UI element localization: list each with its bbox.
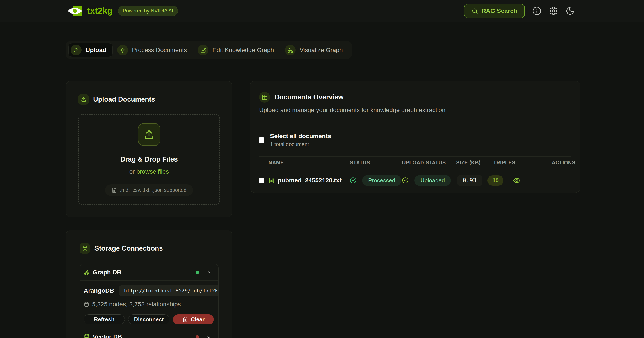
- graph-db-header[interactable]: Graph DB: [80, 264, 218, 281]
- upload-icon: [138, 123, 160, 146]
- edit-icon: [198, 45, 208, 55]
- graph-icon: [285, 45, 296, 55]
- gear-icon: [549, 6, 558, 15]
- powered-by-badge: Powered by NVIDIA AI: [118, 6, 178, 16]
- chevron-down-icon[interactable]: [206, 334, 212, 338]
- graph-icon: [84, 270, 90, 275]
- eye-icon: [513, 177, 520, 184]
- total-documents-label: 1 total document: [270, 141, 331, 147]
- documents-overview-card: Documents Overview Upload and manage you…: [250, 81, 580, 193]
- select-all-checkbox[interactable]: [259, 137, 264, 143]
- moon-icon: [566, 6, 575, 15]
- check-circle-icon: [402, 177, 408, 184]
- column-header-upload-status: UPLOAD STATUS: [402, 160, 456, 166]
- storage-connections-card: Storage Connections Graph DB: [66, 230, 232, 338]
- triples-badge: 10: [488, 175, 504, 186]
- search-icon: [472, 8, 478, 14]
- tab-bar: Upload Process Documents Edit Knowledge …: [66, 41, 352, 59]
- header-actions: RAG Search: [464, 4, 575, 18]
- main-content: Upload Process Documents Edit Knowledge …: [0, 22, 644, 338]
- documents-card-header: Documents Overview Upload and manage you…: [250, 81, 580, 120]
- app-title: txt2kg: [87, 6, 112, 16]
- upload-card-title: Upload Documents: [93, 95, 155, 103]
- settings-button[interactable]: [549, 6, 558, 15]
- nvidia-logo-icon: [68, 6, 82, 16]
- storage-card-title: Storage Connections: [94, 245, 163, 252]
- info-button[interactable]: [532, 6, 542, 15]
- documents-card-title: Documents Overview: [274, 93, 344, 101]
- documents-card-subtitle: Upload and manage your documents for kno…: [259, 107, 571, 114]
- status-badge: Processed: [362, 175, 401, 186]
- tab-process-documents[interactable]: Process Documents: [115, 43, 193, 57]
- check-circle-icon: [350, 177, 356, 184]
- db-actions-row: Refresh Disconnect Clear: [84, 314, 214, 325]
- provider-name: ArangoDB: [84, 287, 114, 294]
- graph-db-label: Graph DB: [93, 269, 122, 276]
- select-all-row: Select all documents 1 total document: [259, 133, 572, 147]
- content-columns: Upload Documents Drag & Drop Files or br…: [66, 81, 578, 338]
- database-icon: [80, 243, 90, 254]
- row-checkbox-cell: [259, 177, 268, 183]
- dropzone-subtext: or browse files: [129, 168, 169, 175]
- row-checkbox[interactable]: [259, 177, 264, 183]
- database-icon: [84, 302, 89, 307]
- vector-db-header[interactable]: Vector DB: [80, 330, 218, 338]
- triples-cell: 10: [488, 175, 513, 186]
- provider-row: ArangoDB http://localhost:8529/_db/txt2k…: [84, 286, 214, 296]
- app-header: txt2kg Powered by NVIDIA AI RAG Search: [0, 0, 644, 22]
- document-name-cell: pubmed_24552120.txt: [268, 177, 350, 184]
- file-dropzone[interactable]: Drag & Drop Files or browse files .md, .…: [78, 114, 220, 205]
- right-column: Documents Overview Upload and manage you…: [250, 81, 580, 193]
- upload-card-header: Upload Documents: [78, 94, 220, 105]
- upload-status-badge: Uploaded: [414, 175, 451, 186]
- database-icon: [84, 334, 90, 338]
- theme-toggle-button[interactable]: [566, 6, 575, 15]
- view-document-button[interactable]: [513, 177, 520, 184]
- supported-formats-label: .md, .csv, .txt, .json supported: [120, 187, 186, 193]
- documents-table: NAME STATUS UPLOAD STATUS SIZE (KB) TRIP…: [259, 156, 572, 192]
- db-stats-row: 5,325 nodes, 3,758 relationships: [84, 301, 214, 308]
- tab-label: Upload: [86, 47, 106, 54]
- documents-card-body: Select all documents 1 total document NA…: [250, 120, 580, 193]
- vector-db-label: Vector DB: [93, 334, 122, 338]
- select-all-label: Select all documents: [270, 133, 331, 140]
- upload-status-cell: Uploaded: [402, 175, 458, 186]
- chevron-up-icon[interactable]: [206, 270, 212, 275]
- connected-status-dot: [196, 271, 199, 274]
- actions-cell: [513, 177, 572, 184]
- clear-button[interactable]: Clear: [173, 314, 214, 325]
- storage-card-header: Storage Connections: [80, 243, 218, 254]
- rag-search-button[interactable]: RAG Search: [464, 4, 525, 18]
- upload-icon: [71, 45, 82, 55]
- browse-files-link[interactable]: browse files: [136, 168, 169, 175]
- column-header-size: SIZE (KB): [456, 160, 493, 166]
- size-value: 0.93: [458, 175, 482, 186]
- tab-label: Edit Knowledge Graph: [212, 47, 274, 54]
- tab-upload[interactable]: Upload: [68, 43, 113, 57]
- disconnect-button[interactable]: Disconnect: [128, 314, 169, 325]
- brand-group: txt2kg Powered by NVIDIA AI: [68, 6, 178, 16]
- info-icon: [532, 6, 542, 15]
- tab-visualize-graph[interactable]: Visualize Graph: [282, 43, 349, 57]
- db-connections-panel: Graph DB ArangoDB http://localhost:8529/…: [80, 264, 218, 338]
- table-row: pubmed_24552120.txt Processed: [259, 169, 572, 192]
- clear-label: Clear: [191, 316, 205, 323]
- documents-title-row: Documents Overview: [259, 92, 571, 103]
- file-icon: [112, 188, 117, 193]
- graph-db-details: ArangoDB http://localhost:8529/_db/txt2k…: [80, 281, 218, 330]
- column-header-actions: ACTIONS: [534, 160, 576, 166]
- tab-edit-knowledge-graph[interactable]: Edit Knowledge Graph: [195, 43, 280, 57]
- lightning-icon: [117, 45, 128, 55]
- db-url: http://localhost:8529/_db/txt2kg: [119, 286, 218, 296]
- rag-search-label: RAG Search: [482, 7, 517, 14]
- upload-documents-card: Upload Documents Drag & Drop Files or br…: [66, 81, 232, 217]
- upload-icon: [78, 94, 89, 105]
- left-column: Upload Documents Drag & Drop Files or br…: [66, 81, 232, 338]
- refresh-button[interactable]: Refresh: [84, 314, 125, 325]
- disconnected-status-dot: [196, 335, 199, 338]
- table-icon: [259, 92, 270, 103]
- column-header-triples: TRIPLES: [493, 160, 534, 166]
- db-stats: 5,325 nodes, 3,758 relationships: [92, 301, 181, 308]
- tab-label: Visualize Graph: [300, 47, 343, 54]
- table-header-row: NAME STATUS UPLOAD STATUS SIZE (KB) TRIP…: [259, 156, 572, 169]
